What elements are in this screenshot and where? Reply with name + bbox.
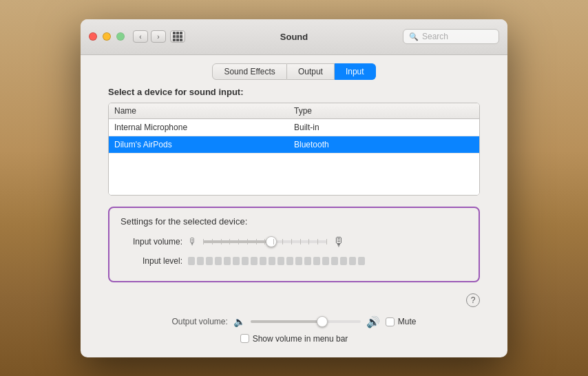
help-area: ? [108,293,480,307]
output-volume-row: Output volume: 🔈 🔊 Mute [108,315,480,328]
minimize-button[interactable] [103,32,111,41]
level-bar [215,257,222,265]
speaker-low-icon: 🔈 [233,316,245,327]
settings-section: Settings for the selected device: Input … [108,207,480,282]
maximize-button[interactable] [116,32,125,41]
level-bar [224,257,231,265]
table-empty-area [109,154,479,195]
window-title: Sound [280,32,308,42]
tab-input[interactable]: Input [335,63,376,80]
mute-checkbox[interactable]: Mute [386,317,417,326]
level-bar [358,257,365,265]
forward-icon: › [157,33,159,41]
grid-view-button[interactable] [170,30,185,43]
table-row[interactable]: Internal Microphone Built-in [109,119,479,136]
input-volume-slider[interactable] [203,240,327,243]
mic-low-icon: 🎙 [188,236,198,247]
search-box[interactable]: 🔍 Search [403,29,499,44]
level-bar [277,257,284,265]
level-bar [242,257,249,265]
show-volume-checkbox[interactable] [240,334,249,343]
input-volume-row: Input volume: 🎙 [120,235,468,249]
speaker-high-icon: 🔊 [366,315,380,328]
level-bar [233,257,240,265]
sound-preferences-window: ‹ › Sound 🔍 Search Sound Effects Output … [81,19,507,357]
forward-button[interactable]: › [151,30,166,43]
device-section-title: Select a device for sound input: [108,87,480,97]
output-volume-label: Output volume: [171,317,227,326]
mic-high-icon: 🎙 [333,235,345,249]
help-button[interactable]: ? [466,293,480,307]
tab-sound-effects[interactable]: Sound Effects [212,63,287,80]
level-bars [188,257,365,265]
slider-ticks [203,239,327,244]
back-icon: ‹ [139,33,141,41]
level-bar [331,257,338,265]
search-placeholder: Search [422,32,448,41]
close-button[interactable] [89,32,97,41]
mute-label: Mute [398,317,417,326]
input-volume-label: Input volume: [120,237,182,247]
level-bar [349,257,356,265]
level-bar [295,257,302,265]
device-table: Name Type Internal Microphone Built-in D… [108,103,480,196]
level-bar [313,257,320,265]
input-level-label: Input level: [120,256,182,266]
device-type-1: Bluetooth [294,140,474,149]
table-row[interactable]: Dilum's AirPods Bluetooth [109,136,479,154]
title-bar: ‹ › Sound 🔍 Search [81,19,507,55]
search-icon: 🔍 [409,32,419,41]
input-level-row: Input level: [120,256,468,266]
tab-output[interactable]: Output [287,63,335,80]
level-bar [340,257,347,265]
mute-checkbox-box[interactable] [386,317,395,326]
table-header: Name Type [109,103,479,119]
level-bar [269,257,275,265]
back-button[interactable]: ‹ [133,30,148,43]
device-name-1: Dilum's AirPods [114,140,294,149]
level-bar [188,257,195,265]
settings-title: Settings for the selected device: [120,216,468,227]
grid-icon [173,32,182,41]
show-volume-label: Show volume in menu bar [253,334,348,344]
traffic-lights [89,32,125,41]
level-bar [304,257,311,265]
level-bar [322,257,329,265]
device-name-0: Internal Microphone [114,123,294,132]
content-area: Select a device for sound input: Name Ty… [81,87,507,357]
output-volume-slider[interactable] [251,320,361,323]
navigation-buttons: ‹ › [133,30,166,43]
header-name: Name [114,106,294,116]
level-bar [206,257,213,265]
show-volume-row: Show volume in menu bar [108,334,480,344]
level-bar [260,257,266,265]
device-type-0: Built-in [294,123,474,132]
tabs-bar: Sound Effects Output Input [81,55,507,87]
level-bar [197,257,204,265]
level-bar [251,257,258,265]
header-type: Type [294,106,474,116]
level-bar [286,257,293,265]
